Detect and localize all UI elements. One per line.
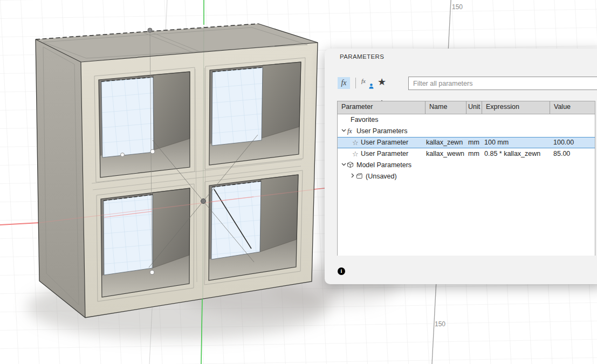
- favorite-star-icon[interactable]: ☆: [352, 150, 359, 158]
- chevron-right-icon[interactable]: [349, 173, 355, 180]
- row-kallax-wewn[interactable]: ☆ User Parameter kallax_wewn mm 0.85 * k…: [338, 148, 595, 160]
- header-value[interactable]: Value: [550, 101, 595, 114]
- sketch-point-bottom[interactable]: [150, 270, 154, 274]
- fusion360-viewport-screenshot: 150 150 PARAMETERS fx fx ★ Parameter Nam…: [0, 0, 597, 364]
- cell-unit: mm: [468, 150, 479, 157]
- table-header-row: Parameter Name Unit Expression Value: [338, 101, 595, 114]
- sketch-point-mid-left[interactable]: [121, 153, 125, 157]
- row-unsaved[interactable]: (Unsaved): [338, 171, 595, 182]
- row-model-parameters[interactable]: Model Parameters: [338, 160, 595, 171]
- cell-value: 85.00: [553, 150, 570, 157]
- cell-parameter-type: User Parameter: [361, 139, 408, 146]
- fx-user-glyph: fx: [361, 78, 366, 84]
- shelf-cube-opening-tr[interactable]: [209, 62, 301, 165]
- sketch-panel-tr[interactable]: [212, 67, 263, 146]
- sketch-panel-tl[interactable]: [101, 77, 154, 157]
- component-icon: [355, 173, 363, 181]
- chevron-down-icon[interactable]: [341, 161, 347, 169]
- fx-parameters-button[interactable]: fx: [338, 77, 350, 89]
- cell-parameter-type: User Parameter: [361, 150, 408, 157]
- origin-point[interactable]: [201, 199, 206, 204]
- toolbar-separator: [355, 78, 356, 88]
- cell-unit: mm: [468, 139, 479, 146]
- shelf-model[interactable]: [36, 24, 325, 318]
- group-label: User Parameters: [356, 127, 407, 135]
- parameters-table[interactable]: Parameter Name Unit Expression Value Fav…: [337, 101, 595, 256]
- header-name[interactable]: Name: [426, 101, 466, 114]
- shelf-left-face[interactable]: [36, 39, 85, 318]
- favorite-star-icon[interactable]: ☆: [352, 139, 359, 147]
- fx-user-parameters-button[interactable]: fx: [360, 77, 374, 89]
- user-icon: [368, 83, 374, 89]
- cell-expression[interactable]: 0.85 * kallax_zewn: [484, 150, 540, 157]
- shelf-cube-opening-tl[interactable]: [99, 72, 190, 177]
- header-unit[interactable]: Unit: [466, 101, 482, 114]
- sketch-panel-bl[interactable]: [104, 195, 153, 275]
- cube-icon: [347, 161, 354, 170]
- group-label: Model Parameters: [356, 161, 411, 169]
- favorites-star-icon[interactable]: ★: [378, 76, 386, 87]
- shelf-cube-opening-br[interactable]: [209, 175, 298, 280]
- info-icon[interactable]: i: [338, 267, 345, 275]
- cell-name: kallax_wewn: [426, 150, 464, 157]
- row-favorites[interactable]: Favorites: [338, 114, 595, 126]
- group-label: Favorites: [351, 116, 378, 123]
- row-kallax-zewn[interactable]: ☆ User Parameter kallax_zewn mm 100 mm 1…: [338, 137, 595, 148]
- fx-icon: fx: [347, 127, 352, 135]
- sketch-panel-br[interactable]: [211, 181, 261, 259]
- cell-name: kallax_zewn: [426, 139, 463, 146]
- parameters-dialog[interactable]: PARAMETERS fx fx ★ Parameter Name Unit E…: [325, 49, 597, 284]
- cell-expression[interactable]: 100 mm: [484, 139, 509, 146]
- row-user-parameters[interactable]: fx User Parameters: [338, 126, 595, 137]
- group-label: (Unsaved): [366, 173, 397, 180]
- table-body: Favorites fx User Parameters ☆ User Para…: [338, 114, 595, 256]
- sketch-point-top[interactable]: [148, 28, 152, 32]
- header-parameter[interactable]: Parameter: [338, 101, 426, 114]
- chevron-down-icon[interactable]: [341, 127, 347, 135]
- dialog-title: PARAMETERS: [340, 53, 384, 60]
- header-expression[interactable]: Expression: [482, 101, 550, 114]
- shelf-cube-opening-bl[interactable]: [101, 188, 190, 297]
- sketch-point-mid[interactable]: [150, 149, 155, 154]
- cell-value: 100.00: [553, 139, 574, 146]
- filter-parameters-input[interactable]: [408, 77, 597, 90]
